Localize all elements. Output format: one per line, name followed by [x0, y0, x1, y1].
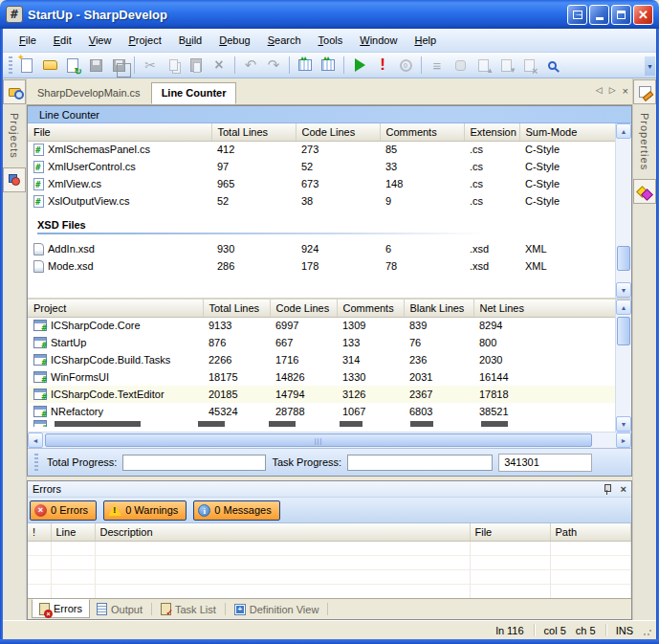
- menu-item[interactable]: Build: [170, 32, 211, 49]
- properties-pad-tab[interactable]: [633, 79, 656, 104]
- projects-scrollbar[interactable]: ▲ ▼: [615, 300, 631, 432]
- bottom-tab-bar: Errors Output Task List Definition View: [28, 598, 631, 619]
- file-row[interactable]: XmlUserControl.cs 97 52 33 .cs C-Style: [28, 158, 615, 175]
- menu-item[interactable]: Debug: [210, 32, 258, 49]
- project-row[interactable]: StartUp 876 667 133 76 800: [28, 334, 615, 351]
- column-header[interactable]: Blank Lines: [404, 300, 473, 317]
- column-header[interactable]: File: [28, 123, 211, 141]
- tab-output[interactable]: Output: [90, 600, 149, 619]
- task-list-tab-icon: [161, 603, 171, 615]
- tab-task-list[interactable]: Task List: [154, 600, 223, 619]
- toolbox-pad-tab[interactable]: [633, 179, 656, 204]
- document-tab[interactable]: SharpDevelopMain.cs: [27, 82, 151, 104]
- column-header[interactable]: File: [470, 523, 550, 541]
- errors-panel-title-bar: Errors ×: [28, 481, 631, 498]
- column-header[interactable]: Comments: [380, 123, 464, 141]
- warnings-filter-button[interactable]: 0 Warnings: [103, 500, 187, 521]
- column-header[interactable]: Total Lines: [211, 123, 296, 141]
- scroll-up-icon[interactable]: ▲: [616, 300, 631, 315]
- classes-pad-tab[interactable]: [3, 167, 26, 192]
- column-header[interactable]: Line: [51, 523, 95, 541]
- column-header[interactable]: !: [28, 523, 51, 541]
- group-underline: [37, 233, 487, 234]
- scroll-down-icon[interactable]: ▼: [616, 416, 631, 432]
- resize-grip[interactable]: [643, 627, 652, 636]
- pin-icon[interactable]: [604, 484, 612, 495]
- toolbar-grip[interactable]: [9, 56, 12, 74]
- column-header[interactable]: Sum-Mode: [519, 123, 615, 141]
- document-area: SharpDevelopMain.csLine Counter ◁ ▷ × Li…: [27, 78, 632, 620]
- project-row[interactable]: WinFormsUI 18175 14826 1330 2031 16144: [28, 368, 615, 386]
- projects-pad-label[interactable]: Projects: [9, 105, 20, 167]
- scroll-left-icon[interactable]: ◄: [28, 433, 43, 448]
- search-icon: [548, 61, 557, 70]
- scroll-up-icon[interactable]: ▲: [616, 123, 631, 139]
- project-row[interactable]: ICSharpCode.Build.Tasks 2266 1716 314 23…: [28, 351, 615, 368]
- delete-icon: [214, 58, 223, 72]
- progress-toolbar-grip[interactable]: [34, 454, 38, 471]
- tab-scroll-left-icon[interactable]: ◁: [596, 85, 603, 97]
- errors-close-icon[interactable]: ×: [621, 484, 626, 495]
- tab-errors[interactable]: Errors: [32, 599, 90, 618]
- reload-file-icon: [67, 58, 78, 73]
- file-row[interactable]: XmlView.cs 965 673 148 .cs C-Style: [28, 175, 615, 192]
- document-tab[interactable]: Line Counter: [151, 82, 237, 104]
- minimize-button[interactable]: [589, 5, 609, 25]
- scrollbar-thumb[interactable]: [617, 246, 630, 271]
- menu-item[interactable]: Project: [120, 32, 169, 49]
- project-icon: [33, 337, 47, 348]
- scroll-right-icon[interactable]: ►: [616, 433, 631, 448]
- menu-item[interactable]: Help: [406, 32, 445, 49]
- column-header[interactable]: Code Lines: [296, 123, 380, 141]
- file-row[interactable]: Mode.xsd 286 178 78 .xsd XML: [28, 257, 615, 275]
- open-file-icon: [43, 60, 57, 70]
- column-header[interactable]: Code Lines: [270, 300, 337, 317]
- column-header[interactable]: Path: [550, 523, 631, 541]
- messages-filter-button[interactable]: i 0 Messages: [193, 500, 279, 521]
- file-row[interactable]: AddIn.xsd 930 924 6 .xsd XML: [28, 240, 615, 257]
- errors-filter-button[interactable]: × 0 Errors: [30, 500, 97, 521]
- project-icon: [33, 354, 47, 366]
- column-header[interactable]: Total Lines: [203, 300, 270, 317]
- project-row[interactable]: ICSharpCode.Core 9133 6997 1309 839 8294: [28, 317, 615, 334]
- tab-scroll-right-icon[interactable]: ▷: [609, 85, 616, 97]
- column-header[interactable]: Net Lines: [473, 300, 615, 317]
- copy-icon: [169, 59, 178, 71]
- menu-item[interactable]: Tools: [310, 32, 352, 49]
- unroll-window-button[interactable]: [567, 5, 587, 25]
- scroll-down-icon[interactable]: ▼: [616, 282, 631, 298]
- menu-item[interactable]: File: [11, 32, 45, 49]
- close-button[interactable]: ✕: [633, 5, 653, 25]
- left-dock-strip: Projects: [3, 78, 27, 620]
- maximize-button[interactable]: [611, 5, 631, 25]
- scrollbar-thumb[interactable]: |||: [45, 433, 592, 447]
- horizontal-scrollbar[interactable]: ◄ ||| ►: [28, 432, 631, 448]
- project-row[interactable]: ICSharpCode.TextEditor 20185 14794 3126 …: [28, 386, 615, 403]
- projects-pad-tab[interactable]: [3, 79, 26, 104]
- menu-item[interactable]: View: [80, 32, 121, 49]
- toolbar-overflow-icon[interactable]: ▼: [645, 56, 655, 76]
- tab-definition-view[interactable]: Definition View: [228, 600, 326, 619]
- tab-close-icon[interactable]: ×: [623, 85, 628, 97]
- properties-pad-label[interactable]: Properties: [639, 105, 650, 178]
- redo-icon: [268, 56, 280, 74]
- project-row[interactable]: NRefactory 45324 28788 1067 6803 38521: [28, 403, 615, 420]
- file-row[interactable]: XmlSchemasPanel.cs 412 273 85 .cs C-Styl…: [28, 141, 615, 158]
- column-header[interactable]: Comments: [337, 300, 404, 317]
- project-icon: [33, 389, 47, 400]
- menu-item[interactable]: Search: [259, 32, 310, 49]
- errors-table-header: ! Line Description File Path: [28, 523, 631, 541]
- classes-pad-icon: [9, 174, 20, 186]
- view-title: Line Counter: [39, 109, 99, 121]
- column-header[interactable]: Extension: [464, 123, 519, 141]
- menu-item[interactable]: Window: [351, 32, 406, 49]
- column-header[interactable]: Project: [28, 300, 203, 317]
- scrollbar-thumb[interactable]: [617, 317, 630, 345]
- files-scrollbar[interactable]: ▲ ▼: [615, 123, 631, 298]
- menu-item[interactable]: Edit: [45, 32, 80, 49]
- column-header[interactable]: Description: [95, 523, 470, 541]
- toolbox-pad-icon: [638, 186, 651, 198]
- message-icon: i: [198, 504, 210, 517]
- empty-row: [28, 541, 631, 555]
- file-row[interactable]: XslOutputView.cs 52 38 9 .cs C-Style: [28, 192, 615, 210]
